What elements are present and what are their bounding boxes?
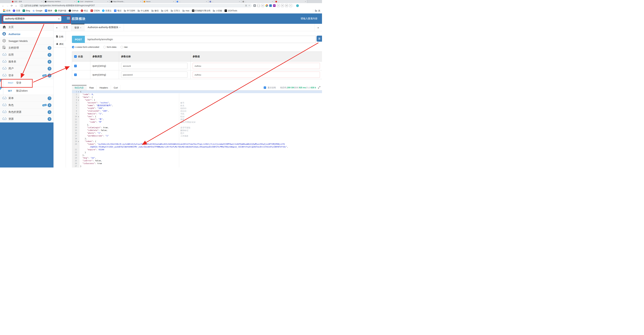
- bookmark-item[interactable]: 学习资料: [123, 9, 136, 12]
- sidebar-item-get-验证token[interactable]: NEWGET验证token: [0, 87, 54, 95]
- tabs-collapse-button[interactable]: «: [54, 24, 60, 31]
- forward-icon[interactable]: →: [6, 4, 9, 7]
- tab-close-icon[interactable]: ×: [107, 1, 108, 2]
- tab-close-icon[interactable]: ×: [80, 26, 81, 29]
- tab-close-icon[interactable]: ×: [305, 1, 306, 2]
- profile-avatar[interactable]: [296, 4, 299, 7]
- checkbox-checked-icon[interactable]: ✓: [74, 65, 77, 67]
- checkbox-checked-icon[interactable]: ✓: [264, 86, 266, 89]
- extension-icon[interactable]: ▣: [253, 4, 256, 7]
- sidebar-item-文档管理[interactable]: 文档管理3: [0, 44, 54, 52]
- param-name-input[interactable]: account: [121, 63, 188, 69]
- tab-文档[interactable]: 文档: [54, 34, 66, 40]
- fold-caret-icon[interactable]: ▼: [78, 99, 79, 102]
- bookmark-item[interactable]: 微信: [150, 9, 160, 12]
- bookmark-item[interactable]: 公司: [160, 9, 170, 12]
- extension-icon[interactable]: M: [281, 4, 284, 7]
- content-tab-Authorize-authority-权限模块[interactable]: Authorize-authority-权限模块×: [84, 24, 124, 31]
- tab-close-icon[interactable]: ×: [42, 1, 42, 2]
- translate-icon[interactable]: 文: [245, 4, 247, 7]
- extension-icon[interactable]: en: [261, 4, 264, 7]
- search-input[interactable]: 请输入搜索内容: [300, 17, 318, 20]
- bookmark-item[interactable]: 10241024Tools: [223, 9, 238, 12]
- browser-tab[interactable]: temporary interface×: [44, 0, 76, 3]
- sidebar-item-登录[interactable]: API登录NEW2: [0, 72, 54, 79]
- radio-icon[interactable]: [120, 46, 123, 48]
- param-value-input[interactable]: zuihou: [193, 63, 320, 69]
- browser-tab[interactable]: Nacos×: [142, 0, 176, 3]
- extension-icon[interactable]: {…}: [257, 4, 260, 7]
- content-type-radio-x-www-form-urlencoded[interactable]: x-www-form-urlencoded: [72, 46, 99, 48]
- response-json-editor[interactable]: 1▼{2 "code": 0,3▼ "data": {4▼ "user": {5…: [72, 90, 322, 168]
- sidebar-item-用户[interactable]: API用户9: [0, 65, 54, 72]
- bookmark-item[interactable]: 百百度: [12, 9, 22, 12]
- content-tab-主页[interactable]: 主页: [60, 24, 71, 31]
- tab-close-icon[interactable]: ×: [239, 1, 240, 2]
- bookmark-item[interactable]: G码云: [80, 9, 89, 12]
- browser-tab[interactable]: https://zhuanla…×: [110, 0, 142, 3]
- sidebar-item-角色的资源[interactable]: API角色的资源1: [0, 109, 54, 116]
- tab-close-icon[interactable]: ×: [272, 1, 273, 2]
- response-tab-Raw[interactable]: Raw: [86, 85, 97, 90]
- tab-close-icon[interactable]: ×: [119, 26, 120, 29]
- back-icon[interactable]: ←: [2, 4, 4, 7]
- extension-icon[interactable]: [266, 4, 268, 7]
- sidebar-item-应用[interactable]: API应用5: [0, 52, 54, 58]
- browser-tab[interactable]: Zuul - JumpServer×: [76, 0, 110, 3]
- sidebar-item-authorize[interactable]: Authorize: [0, 31, 54, 38]
- bookmark-item[interactable]: CCSDN: [89, 9, 101, 12]
- bookmark-item[interactable]: 云百度云: [101, 9, 113, 12]
- radio-icon[interactable]: [103, 46, 106, 48]
- tab-close-icon[interactable]: ×: [140, 1, 141, 2]
- tab-close-icon[interactable]: ×: [206, 1, 207, 2]
- send-request-button[interactable]: 发: [317, 36, 322, 42]
- bookmark-item[interactable]: GGoogle: [31, 9, 44, 12]
- sidebar-item-菜单[interactable]: API菜单7: [0, 95, 54, 102]
- bookmark-star-icon[interactable]: ☆: [248, 4, 250, 7]
- bookmark-item[interactable]: 译翻译: [44, 9, 54, 12]
- tab-close-icon[interactable]: ×: [173, 1, 174, 2]
- tab-调试[interactable]: 调试: [54, 41, 66, 48]
- extension-icon[interactable]: GZ: [285, 4, 288, 7]
- content-tab-登录[interactable]: 登录×: [71, 24, 84, 31]
- response-tab-响应内容[interactable]: 响应内容: [72, 85, 86, 90]
- sidebar-item-swagger-models[interactable]: Swagger Models: [0, 38, 54, 44]
- response-tab-Headers[interactable]: Headers: [97, 85, 111, 90]
- extension-icon[interactable]: ✳: [289, 4, 292, 7]
- bookmark-item[interactable]: bBing: [22, 9, 31, 12]
- request-path-input[interactable]: /api/authority/anno/login: [85, 36, 316, 43]
- home-icon[interactable]: ⌂: [15, 4, 18, 7]
- browser-tab[interactable]: …×: [274, 0, 307, 3]
- sidebar-item-主页[interactable]: 主页: [0, 24, 54, 31]
- bookmark-item[interactable]: 小目标: [212, 9, 223, 12]
- tabs-expand-button[interactable]: »: [314, 24, 322, 31]
- bookmark-item[interactable]: GitHub: [68, 9, 80, 12]
- fullscreen-icon[interactable]: [318, 86, 320, 89]
- browser-tab[interactable]: …×: [176, 0, 208, 3]
- sidebar-item-服务表[interactable]: API服务表6: [0, 58, 54, 65]
- bookmark-item[interactable]: 已导入: [170, 9, 181, 12]
- radio-icon[interactable]: [72, 46, 74, 48]
- bookmark-item[interactable]: ✎笔记: [113, 9, 123, 12]
- bookmark-item[interactable]: ≣ES搜索引擎文档: [191, 9, 212, 12]
- fold-caret-icon[interactable]: ▼: [78, 116, 79, 118]
- fold-caret-icon[interactable]: ▼: [78, 90, 79, 93]
- fold-caret-icon[interactable]: ▼: [78, 96, 79, 99]
- browser-tab[interactable]: …×: [208, 0, 241, 3]
- checkbox-checked-icon[interactable]: ✓: [74, 74, 77, 76]
- sidebar-item-角色[interactable]: API角色NEW8: [0, 102, 54, 109]
- fold-caret-icon[interactable]: ▼: [78, 140, 79, 143]
- extension-icon[interactable]: O: [277, 4, 280, 7]
- bookmarks-overflow[interactable]: 其: [313, 9, 320, 12]
- bookmark-item[interactable]: C开源中国: [54, 9, 68, 12]
- param-value-input[interactable]: zuihou: [193, 72, 320, 78]
- sidebar-item-资源[interactable]: API资源6: [0, 116, 54, 122]
- reload-icon[interactable]: ⟳: [10, 4, 13, 7]
- browser-tab[interactable]: …×: [241, 0, 274, 3]
- bookmark-item[interactable]: 应用: [2, 9, 12, 12]
- response-tab-Curl[interactable]: Curl: [111, 85, 121, 90]
- address-bar[interactable]: i 127.0.0.1:8760/api/gate/doc.html#/auth…: [19, 4, 252, 8]
- checkbox-checked-icon[interactable]: ✓: [74, 55, 77, 58]
- extension-icon[interactable]: RP: [273, 4, 276, 7]
- content-type-radio-raw[interactable]: raw: [120, 46, 128, 48]
